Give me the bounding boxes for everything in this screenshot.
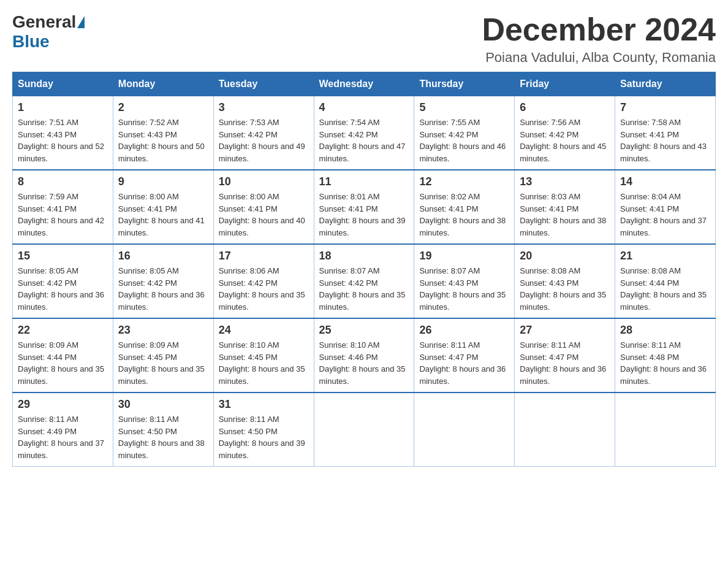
calendar-cell: 22 Sunrise: 8:09 AM Sunset: 4:44 PM Dayl… — [13, 318, 113, 393]
header-friday: Friday — [515, 72, 615, 96]
day-number: 3 — [219, 101, 309, 114]
logo-blue-text: Blue — [12, 32, 50, 51]
calendar-week-2: 8 Sunrise: 7:59 AM Sunset: 4:41 PM Dayli… — [13, 170, 716, 244]
calendar-cell: 25 Sunrise: 8:10 AM Sunset: 4:46 PM Dayl… — [314, 318, 414, 393]
calendar-cell: 4 Sunrise: 7:54 AM Sunset: 4:42 PM Dayli… — [314, 96, 414, 170]
calendar-cell: 23 Sunrise: 8:09 AM Sunset: 4:45 PM Dayl… — [113, 318, 213, 393]
page-header: General Blue December 2024 Poiana Vadulu… — [12, 12, 716, 66]
day-info: Sunrise: 7:55 AM Sunset: 4:42 PM Dayligh… — [419, 117, 509, 164]
day-info: Sunrise: 8:00 AM Sunset: 4:41 PM Dayligh… — [118, 191, 208, 239]
logo-triangle-icon — [77, 16, 85, 28]
day-info: Sunrise: 7:53 AM Sunset: 4:42 PM Dayligh… — [219, 117, 309, 164]
calendar-cell — [314, 393, 414, 467]
day-info: Sunrise: 7:54 AM Sunset: 4:42 PM Dayligh… — [319, 117, 409, 164]
day-info: Sunrise: 8:01 AM Sunset: 4:41 PM Dayligh… — [319, 191, 409, 239]
calendar-cell — [615, 393, 716, 467]
day-info: Sunrise: 8:00 AM Sunset: 4:41 PM Dayligh… — [219, 191, 309, 239]
day-number: 18 — [319, 250, 409, 262]
calendar-week-5: 29 Sunrise: 8:11 AM Sunset: 4:49 PM Dayl… — [13, 393, 716, 467]
day-info: Sunrise: 8:11 AM Sunset: 4:49 PM Dayligh… — [18, 413, 108, 461]
calendar-cell: 21 Sunrise: 8:08 AM Sunset: 4:44 PM Dayl… — [615, 244, 716, 318]
day-info: Sunrise: 8:11 AM Sunset: 4:48 PM Dayligh… — [620, 339, 710, 387]
day-number: 17 — [219, 250, 309, 262]
day-info: Sunrise: 7:58 AM Sunset: 4:41 PM Dayligh… — [620, 117, 710, 164]
day-info: Sunrise: 8:06 AM Sunset: 4:42 PM Dayligh… — [219, 265, 309, 313]
calendar-cell: 12 Sunrise: 8:02 AM Sunset: 4:41 PM Dayl… — [414, 170, 515, 244]
calendar-cell: 7 Sunrise: 7:58 AM Sunset: 4:41 PM Dayli… — [615, 96, 716, 170]
day-number: 10 — [219, 175, 309, 188]
calendar-cell: 10 Sunrise: 8:00 AM Sunset: 4:41 PM Dayl… — [213, 170, 314, 244]
day-info: Sunrise: 8:09 AM Sunset: 4:44 PM Dayligh… — [18, 339, 108, 387]
calendar-week-3: 15 Sunrise: 8:05 AM Sunset: 4:42 PM Dayl… — [13, 244, 716, 318]
calendar-cell — [515, 393, 615, 467]
day-number: 4 — [319, 101, 409, 114]
calendar-cell: 11 Sunrise: 8:01 AM Sunset: 4:41 PM Dayl… — [314, 170, 414, 244]
day-number: 28 — [620, 324, 710, 337]
month-title: December 2024 — [482, 12, 716, 47]
header-sunday: Sunday — [13, 72, 113, 96]
day-info: Sunrise: 8:10 AM Sunset: 4:45 PM Dayligh… — [219, 339, 309, 387]
calendar-cell: 8 Sunrise: 7:59 AM Sunset: 4:41 PM Dayli… — [13, 170, 113, 244]
calendar-cell: 3 Sunrise: 7:53 AM Sunset: 4:42 PM Dayli… — [213, 96, 314, 170]
calendar-cell — [414, 393, 515, 467]
day-number: 11 — [319, 175, 409, 188]
day-number: 25 — [319, 324, 409, 337]
logo-general-text: General — [12, 12, 76, 32]
day-number: 30 — [118, 398, 208, 411]
day-info: Sunrise: 8:11 AM Sunset: 4:50 PM Dayligh… — [219, 413, 309, 461]
day-info: Sunrise: 7:56 AM Sunset: 4:42 PM Dayligh… — [520, 117, 610, 164]
calendar-cell: 15 Sunrise: 8:05 AM Sunset: 4:42 PM Dayl… — [13, 244, 113, 318]
day-number: 6 — [520, 101, 610, 114]
logo: General Blue — [12, 12, 86, 52]
calendar-cell: 14 Sunrise: 8:04 AM Sunset: 4:41 PM Dayl… — [615, 170, 716, 244]
day-number: 2 — [118, 101, 208, 114]
day-number: 7 — [620, 101, 710, 114]
day-number: 22 — [18, 324, 108, 337]
day-number: 9 — [118, 175, 208, 188]
day-info: Sunrise: 7:59 AM Sunset: 4:41 PM Dayligh… — [18, 191, 108, 239]
day-info: Sunrise: 8:05 AM Sunset: 4:42 PM Dayligh… — [18, 265, 108, 313]
day-number: 15 — [18, 250, 108, 262]
calendar-cell: 19 Sunrise: 8:07 AM Sunset: 4:43 PM Dayl… — [414, 244, 515, 318]
calendar-cell: 28 Sunrise: 8:11 AM Sunset: 4:48 PM Dayl… — [615, 318, 716, 393]
day-info: Sunrise: 8:07 AM Sunset: 4:43 PM Dayligh… — [419, 265, 509, 313]
day-info: Sunrise: 8:02 AM Sunset: 4:41 PM Dayligh… — [419, 191, 509, 239]
day-number: 24 — [219, 324, 309, 337]
calendar-cell: 29 Sunrise: 8:11 AM Sunset: 4:49 PM Dayl… — [13, 393, 113, 467]
day-number: 19 — [419, 250, 509, 262]
day-number: 21 — [620, 250, 710, 262]
header-wednesday: Wednesday — [314, 72, 414, 96]
day-number: 20 — [520, 250, 610, 262]
day-info: Sunrise: 8:08 AM Sunset: 4:44 PM Dayligh… — [620, 265, 710, 313]
day-info: Sunrise: 8:07 AM Sunset: 4:42 PM Dayligh… — [319, 265, 409, 313]
header-thursday: Thursday — [414, 72, 515, 96]
day-number: 13 — [520, 175, 610, 188]
day-info: Sunrise: 8:10 AM Sunset: 4:46 PM Dayligh… — [319, 339, 409, 387]
day-info: Sunrise: 8:03 AM Sunset: 4:41 PM Dayligh… — [520, 191, 610, 239]
calendar-cell: 24 Sunrise: 8:10 AM Sunset: 4:45 PM Dayl… — [213, 318, 314, 393]
calendar-cell: 18 Sunrise: 8:07 AM Sunset: 4:42 PM Dayl… — [314, 244, 414, 318]
day-info: Sunrise: 8:11 AM Sunset: 4:47 PM Dayligh… — [419, 339, 509, 387]
calendar-table: SundayMondayTuesdayWednesdayThursdayFrid… — [12, 72, 716, 467]
calendar-cell: 30 Sunrise: 8:11 AM Sunset: 4:50 PM Dayl… — [113, 393, 213, 467]
day-number: 23 — [118, 324, 208, 337]
day-info: Sunrise: 8:08 AM Sunset: 4:43 PM Dayligh… — [520, 265, 610, 313]
day-number: 29 — [18, 398, 108, 411]
header-saturday: Saturday — [615, 72, 716, 96]
calendar-cell: 20 Sunrise: 8:08 AM Sunset: 4:43 PM Dayl… — [515, 244, 615, 318]
calendar-cell: 2 Sunrise: 7:52 AM Sunset: 4:43 PM Dayli… — [113, 96, 213, 170]
calendar-cell: 31 Sunrise: 8:11 AM Sunset: 4:50 PM Dayl… — [213, 393, 314, 467]
calendar-cell: 1 Sunrise: 7:51 AM Sunset: 4:43 PM Dayli… — [13, 96, 113, 170]
calendar-cell: 13 Sunrise: 8:03 AM Sunset: 4:41 PM Dayl… — [515, 170, 615, 244]
calendar-cell: 26 Sunrise: 8:11 AM Sunset: 4:47 PM Dayl… — [414, 318, 515, 393]
day-info: Sunrise: 8:04 AM Sunset: 4:41 PM Dayligh… — [620, 191, 710, 239]
day-number: 27 — [520, 324, 610, 337]
day-number: 5 — [419, 101, 509, 114]
day-info: Sunrise: 7:52 AM Sunset: 4:43 PM Dayligh… — [118, 117, 208, 164]
day-info: Sunrise: 8:05 AM Sunset: 4:42 PM Dayligh… — [118, 265, 208, 313]
header-tuesday: Tuesday — [213, 72, 314, 96]
calendar-cell: 16 Sunrise: 8:05 AM Sunset: 4:42 PM Dayl… — [113, 244, 213, 318]
calendar-cell: 9 Sunrise: 8:00 AM Sunset: 4:41 PM Dayli… — [113, 170, 213, 244]
day-info: Sunrise: 7:51 AM Sunset: 4:43 PM Dayligh… — [18, 117, 108, 164]
day-number: 8 — [18, 175, 108, 188]
